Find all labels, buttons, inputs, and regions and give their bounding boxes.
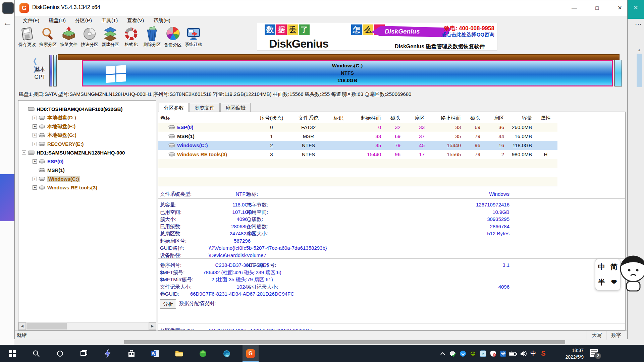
scrollbar-up-icon[interactable]: ▲	[637, 48, 641, 52]
partition-fs: NTFS	[83, 69, 612, 77]
close-button[interactable]: ✕	[612, 0, 628, 16]
column-header-11[interactable]: 属性	[534, 113, 557, 123]
toolbar-backup-partition[interactable]: 备份分区	[162, 26, 183, 51]
tray-nvidia-icon[interactable]	[468, 345, 478, 362]
tray-security-shield-icon[interactable]	[488, 345, 498, 362]
taskbar-search-icon[interactable]	[28, 345, 44, 362]
toolbar-recover-files[interactable]: 恢复文件	[58, 26, 79, 51]
background-hscrollbar-thumb[interactable]	[124, 340, 565, 344]
taskbar-green-browser-icon[interactable]	[195, 345, 211, 362]
collapse-icon[interactable]: −	[22, 150, 26, 155]
background-close-icon[interactable]: ✕	[633, 4, 638, 11]
tray-volume-icon[interactable]	[519, 345, 528, 362]
notification-icon[interactable]: 2	[590, 349, 600, 358]
taskbar-edge-icon[interactable]	[219, 345, 235, 362]
taskbar-cortana-icon[interactable]	[52, 345, 68, 362]
tree-item-8[interactable]: +Windows(C:)	[33, 174, 80, 183]
tray-dingtalk-icon[interactable]	[458, 345, 468, 362]
tree-item-5[interactable]: −HD1:SAMSUNGMZNLN128HAHQ-000	[22, 148, 125, 157]
tree-item-9[interactable]: +Windows RE tools(3)	[33, 183, 97, 192]
tree-item-7[interactable]: MSR(1)	[33, 166, 65, 174]
menu-item-4[interactable]: 查看(V)	[122, 17, 149, 24]
column-header-0[interactable]: 卷标	[158, 113, 254, 123]
taskbar-store-icon[interactable]	[123, 345, 140, 362]
banner-qq-link[interactable]: 或点击此处选择QQ咨询	[441, 32, 494, 38]
tray-ime-zh-indicator[interactable]: 中	[529, 345, 538, 362]
column-header-1[interactable]: 序号(状态)	[254, 113, 289, 123]
tree-item-3[interactable]: +本地磁盘(G:)	[33, 131, 76, 139]
analyze-button[interactable]: 分析	[160, 299, 176, 309]
menu-item-5[interactable]: 帮助(H)	[149, 17, 175, 24]
toolbar-system-migrate[interactable]: 系统迁移	[183, 26, 204, 51]
background-more-icon[interactable]: ⋯	[635, 20, 642, 28]
tree-item-4[interactable]: +RECOVERY(E:)	[33, 139, 84, 148]
tree-item-6[interactable]: +ESP(0)	[33, 157, 63, 166]
column-header-2[interactable]: 文件系统	[289, 113, 328, 123]
detail-label: $MFT簇号:	[160, 269, 184, 276]
tray-s-app-icon[interactable]: S	[539, 345, 548, 362]
tray-battery-icon[interactable]	[508, 345, 518, 362]
expand-icon[interactable]: +	[33, 159, 37, 164]
scroll-left-icon[interactable]: ◀	[18, 322, 26, 330]
taskbar-task-view-icon[interactable]	[76, 345, 92, 362]
detail-row: $MFT簇号:786432 (柱面:426 磁头:239 扇区:6)	[158, 269, 625, 276]
toolbar-save[interactable]: 保存更改	[17, 26, 38, 51]
menu-item-1[interactable]: 磁盘(D)	[44, 17, 70, 24]
tray-printer-icon[interactable]	[448, 345, 458, 362]
column-header-8[interactable]: 磁头	[463, 113, 482, 123]
ad-banner[interactable]: 数据丢了怎么! DiskGenius DiskGenius 致电: 400-00…	[257, 23, 497, 51]
maximize-button[interactable]: □	[589, 0, 605, 16]
toolbar-quick-partition[interactable]: 快速分区	[79, 26, 100, 51]
toolbar-new-partition[interactable]: 新建分区	[100, 26, 121, 51]
tray-snowflake-icon[interactable]	[498, 345, 508, 362]
tree-item-1[interactable]: +本地磁盘(D:)	[33, 113, 76, 122]
column-header-4[interactable]: 起始柱面	[350, 113, 383, 123]
tab-0[interactable]: 分区参数	[159, 103, 189, 112]
expand-icon[interactable]: +	[33, 185, 37, 190]
expand-icon[interactable]: +	[33, 116, 37, 120]
table-row[interactable]: Windows RE tools(3)3NTFS1544096171556579…	[158, 150, 557, 159]
scroll-right-icon[interactable]: ▶	[149, 322, 156, 330]
menu-item-2[interactable]: 分区(P)	[70, 17, 97, 24]
tab-2[interactable]: 扇区编辑	[220, 103, 251, 112]
tree-item-0[interactable]: −HD0:TOSHIBAMQ04ABF100(932GB)	[22, 105, 122, 113]
menu-item-0[interactable]: 文件(F)	[18, 17, 44, 24]
menu-item-3[interactable]: 工具(T)	[97, 17, 122, 24]
partition-sliver-msr[interactable]	[53, 55, 57, 86]
taskbar-file-explorer-icon[interactable]	[171, 345, 187, 362]
column-header-6[interactable]: 扇区	[402, 113, 427, 123]
tree-item-2[interactable]: +本地磁盘(F:)	[33, 122, 75, 131]
taskbar-diskgenius-icon[interactable]: G	[243, 345, 259, 362]
tray-intel-icon[interactable]: in	[478, 345, 488, 362]
toolbar-delete-partition[interactable]: 删除分区	[142, 26, 162, 51]
partition-sliver-esp[interactable]	[49, 55, 52, 86]
taskbar-clock[interactable]: 18:37 2022/5/9	[553, 347, 584, 360]
column-header-7[interactable]: 终止柱面	[427, 113, 463, 123]
toolbar-format[interactable]: 格式化	[121, 26, 142, 51]
tray-chevron-up-icon[interactable]	[438, 345, 447, 362]
expand-icon[interactable]: +	[33, 124, 37, 129]
partition-sliver-re-tools[interactable]	[614, 60, 622, 86]
column-header-3[interactable]: 标识	[328, 113, 350, 123]
collapse-icon[interactable]: −	[22, 107, 26, 111]
table-row[interactable]: Windows(C:)2NTFS357945154409616118.0GB	[158, 141, 557, 150]
cell-2: MSR	[289, 132, 328, 141]
table-row[interactable]: ESP(0)0FAT3203233336936260.0MB	[158, 123, 557, 132]
selected-partition-block[interactable]: Windows(C:) NTFS 118.0GB	[82, 60, 613, 86]
background-scrollbar-thumb[interactable]	[637, 54, 642, 87]
expand-icon[interactable]: +	[33, 177, 37, 181]
expand-icon[interactable]: +	[33, 142, 37, 146]
toolbar-search-partition[interactable]: 搜索分区	[38, 26, 58, 51]
back-arrow-icon[interactable]: ←	[3, 17, 12, 28]
column-header-5[interactable]: 磁头	[383, 113, 402, 123]
tab-1[interactable]: 浏览文件	[190, 103, 220, 112]
expand-icon[interactable]: +	[33, 133, 37, 137]
taskbar-word-icon[interactable]: W	[147, 345, 163, 362]
taskbar-start-icon[interactable]	[4, 345, 20, 362]
column-header-9[interactable]: 扇区	[482, 113, 506, 123]
table-row[interactable]: MSR(1)1MSR33693735794416.0MB	[158, 132, 557, 141]
tree-hscrollbar-thumb[interactable]	[26, 323, 67, 329]
column-header-10[interactable]: 容量	[506, 113, 534, 123]
minimize-button[interactable]: —	[567, 0, 582, 16]
taskbar-bolt-app-icon[interactable]	[100, 345, 116, 362]
